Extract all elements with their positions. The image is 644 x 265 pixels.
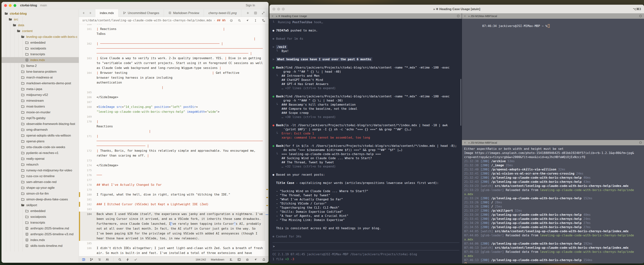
minimize-window-button[interactable] [9, 4, 12, 7]
tree-item-omg-dharmesh[interactable]: omg-dharmesh [2, 127, 79, 133]
project-panel-toggle[interactable] [82, 258, 85, 261]
cursor-position[interactable]: 184:242 [196, 258, 206, 261]
close-window-button[interactable] [272, 8, 275, 10]
search-icon[interactable] [238, 19, 241, 22]
tree-item-cto4ai-blog[interactable]: cto4ai-blog [2, 11, 79, 16]
new-tab-button[interactable] [246, 11, 250, 14]
tree-item-pydantic-ai-reaches-v1[interactable]: pydantic-ai-reaches-v1 [2, 150, 79, 156]
tree-item-leveling-up-claude-code-with-boris-c[interactable]: leveling-up-claude-code-with-boris-c [2, 34, 79, 40]
tree-item-observable-framework-blazing-fast[interactable]: observable-framework-blazing-fast [2, 121, 79, 127]
inline-assist-icon[interactable] [246, 19, 249, 22]
tree-item-shape-up-your-agile[interactable]: shape-up-your-agile [2, 185, 79, 191]
tree-item-socialposts[interactable]: socialposts [2, 214, 79, 220]
assistant-panel-toggle[interactable] [254, 258, 257, 261]
pane-menu-icon[interactable] [639, 14, 642, 17]
diagnostics-button[interactable] [126, 258, 130, 261]
tree-item-anthropic-2025-timeline-v3.md[interactable]: anthropic-2025-timeline-v3.md [2, 231, 79, 237]
search-button[interactable] [118, 258, 122, 261]
shell-pane[interactable]: ✕ » JSI-M1Max-MBP.local 07:46:34 jackive… [462, 13, 644, 140]
notifications-button[interactable] [262, 258, 266, 261]
tree-item-openai-adopts-skills-via-willison[interactable]: openai-adopts-skills-via-willison [2, 133, 79, 138]
tree-item-march-madness-ai[interactable]: march-madness-ai [2, 74, 79, 80]
tree-item-embedded[interactable]: embedded [2, 208, 79, 214]
tree-item-lone-banana-problem[interactable]: lone-banana-problem [2, 69, 79, 74]
close-pane-icon[interactable]: ✕ [464, 141, 466, 144]
tree-item-mpt7b-gatsby[interactable]: mpt7b-gatsby [2, 115, 79, 121]
nav-forward-button[interactable] [89, 11, 92, 14]
shell-prompt-line[interactable]: 07:46:34 jackivers@JSI-M1Max-MBP ~ % [462, 19, 644, 33]
tree-item-meta-i-jepa[interactable]: meta-i-jepa [2, 86, 79, 92]
zed-titlebar[interactable]: cto4ai-blog main Sign In [2, 2, 268, 9]
tree-item-markdown-elements-demo-post[interactable]: markdown-elements-demo-post [2, 80, 79, 86]
zed-ai-icon[interactable] [229, 258, 232, 261]
tree-item-russ-cox-xz-timeline[interactable]: russ-cox-xz-timeline [2, 173, 79, 179]
tree-item-openai-plans[interactable]: openai-plans [2, 138, 79, 144]
tab-index.mdx[interactable]: index.mdx [95, 9, 118, 17]
claude-code-pane[interactable]: ✕ » ✳ Heading Case Usage └ Running PostT… [270, 13, 462, 264]
nav-back-button[interactable] [82, 11, 85, 14]
editor-scrollbar[interactable] [265, 24, 268, 256]
breadcrumb-path[interactable]: src/data/content/leveling-up-claude-code… [82, 19, 212, 22]
pane-scrollbar[interactable] [460, 79, 461, 126]
tree-item-data[interactable]: data [2, 22, 79, 28]
close-pane-icon[interactable]: ✕ [464, 14, 466, 17]
breadcrumb-symbol[interactable]: ## Wh [217, 19, 226, 22]
terminal-panel-toggle[interactable] [238, 258, 241, 261]
tree-item-skillport[interactable]: skillport [2, 202, 79, 208]
project-panel[interactable]: cto4ai-blogsrcdatacontentleveling-up-cla… [2, 9, 79, 263]
split-pane-button[interactable] [254, 11, 257, 14]
breadcrumb[interactable]: src/data/content/leveling-up-claude-code… [79, 17, 268, 24]
tree-item-orta-claude-code-six-weeks[interactable]: orta-claude-code-six-weeks [2, 144, 79, 150]
tree-item-anthropic-2025-timeline.md[interactable]: anthropic-2025-timeline.md [2, 226, 79, 231]
text-cursor-icon[interactable] [254, 19, 257, 22]
tree-item-sam-altman-code-red[interactable]: sam-altman-code-red [2, 179, 79, 185]
language-selector[interactable]: Markdown [211, 258, 224, 261]
tab-cherny-tweet-01.png[interactable]: cherny-tweet-01.png [204, 9, 241, 17]
tree-item-moat-busters[interactable]: moat-busters [2, 104, 79, 109]
zoom-window-button[interactable] [14, 4, 16, 7]
tree-item-skills-tools-timeline.md[interactable]: skills-tools-timeline.md [2, 243, 79, 249]
tab-Uncommitted Changes[interactable]: Uncommitted Changes [118, 9, 164, 17]
tree-item-relaunch[interactable]: relaunch [2, 162, 79, 167]
editor[interactable]: 160---161| Reactions |ToDos |162| ──────… [79, 24, 268, 256]
pane-header[interactable]: ✕ » JSI-M1Max-MBP.local [462, 140, 644, 145]
pane-menu-icon[interactable] [639, 141, 642, 144]
tree-item-transcripts[interactable]: transcripts [2, 220, 79, 226]
outline-panel-toggle[interactable] [98, 258, 101, 261]
tree-item-transcripts[interactable]: transcripts [2, 51, 79, 57]
sign-in-button[interactable]: Sign In [246, 4, 255, 7]
tree-item-src[interactable]: src [2, 16, 79, 22]
git-panel-toggle[interactable] [90, 258, 93, 261]
tree-item-mimestream[interactable]: mimestream [2, 98, 79, 104]
tree-item-really-openai[interactable]: really-openai [2, 156, 79, 162]
tree-item-embedded[interactable]: embedded [2, 40, 79, 45]
zoom-window-button[interactable] [282, 8, 285, 10]
pane-menu-icon[interactable] [457, 14, 460, 17]
terminal-titlebar[interactable]: » ✳ Heading Case Usage [atuin] ⌥⌘3 [270, 5, 644, 13]
tree-item-index.mdx[interactable]: index.mdx [2, 57, 79, 63]
toggle-focus-icon[interactable] [230, 19, 233, 22]
tree-item-socialposts[interactable]: socialposts [2, 45, 79, 51]
minimize-window-button[interactable] [277, 8, 280, 10]
checks-button[interactable] [134, 258, 137, 261]
claude-input-box[interactable]: > [272, 243, 460, 251]
git-branch-name[interactable]: main [40, 3, 47, 7]
close-pane-icon[interactable]: ✕ [271, 14, 274, 17]
tree-item-midjourney-v52[interactable]: midjourney-v52 [2, 92, 79, 98]
tree-item-content[interactable]: content [2, 28, 79, 34]
tree-item-llama-2[interactable]: llama-2 [2, 63, 79, 69]
pane-header[interactable]: ✕ » JSI-M1Max-MBP.local [462, 13, 644, 19]
expand-pane-button[interactable] [262, 11, 265, 14]
tree-item-moxie-on-murder[interactable]: moxie-on-murder [2, 109, 79, 115]
tab-Markdown Preview[interactable]: Markdown Preview [164, 9, 204, 17]
pane-header[interactable]: ✕ » ✳ Heading Case Usage [270, 13, 462, 19]
collab-panel-toggle[interactable] [106, 258, 109, 261]
project-name[interactable]: cto4ai-blog [20, 3, 37, 7]
tree-item-simon-deep-dives-fake-cases[interactable]: simon-deep-dives-fake-cases [2, 197, 79, 202]
tree-item-simon-cli-for-llm[interactable]: simon-cli-for-llm [2, 191, 79, 197]
outline-symbols-icon[interactable] [262, 19, 265, 22]
dev-server-pane[interactable]: ✕ » JSI-M1Max-MBP.local Either aspectRat… [462, 140, 644, 264]
tree-item-index.mdx[interactable]: index.mdx [2, 237, 79, 243]
close-window-button[interactable] [4, 4, 7, 7]
tree-item-runway-not-midjourney-for-video[interactable]: runway-not-midjourney-for-video [2, 167, 79, 173]
